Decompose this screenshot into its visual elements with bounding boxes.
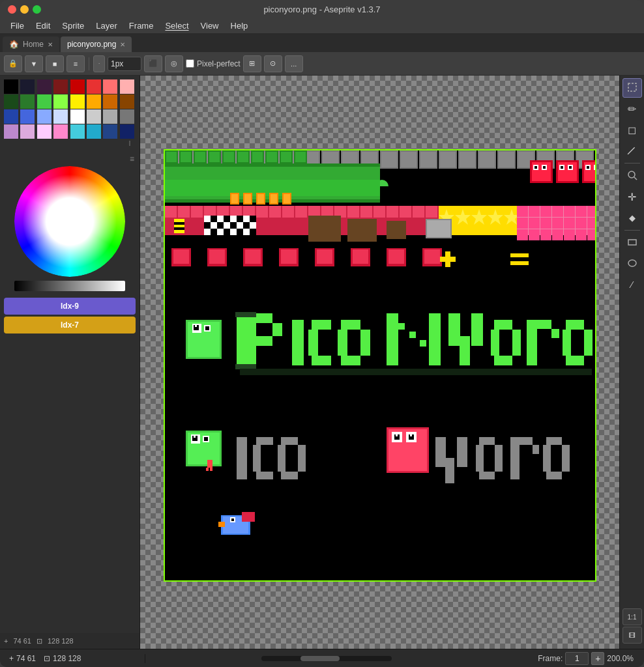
palette-color-6[interactable] [103, 79, 117, 94]
eyedropper-tool[interactable]: ⁄ [622, 275, 642, 294]
onion-btn[interactable]: ⊙ [264, 55, 282, 72]
fill-tool[interactable]: ◆ [622, 208, 642, 227]
window-title: piconyoro.png - Aseprite v1.3.7 [263, 5, 380, 14]
palette-color-20[interactable] [70, 109, 85, 124]
palette-color-18[interactable] [37, 109, 51, 124]
idx-item-9[interactable]: Idx-9 [4, 298, 136, 315]
ellipse-tool[interactable] [622, 254, 642, 274]
one-to-one-btn[interactable]: 1:1 [622, 608, 642, 625]
palette-color-13[interactable] [87, 94, 101, 109]
grayscale-bar[interactable] [14, 281, 125, 291]
sprite-canvas[interactable] [164, 149, 596, 582]
menu-frame[interactable]: Frame [124, 20, 159, 32]
move-icon: ✛ [628, 191, 636, 203]
pencil-tool[interactable]: ✏ [622, 99, 642, 119]
palette-color-9[interactable] [20, 94, 35, 109]
colorwheel-area: ≡ [0, 150, 139, 295]
palette-color-15[interactable] [120, 94, 134, 109]
idx-item-7[interactable]: Idx-7 [4, 317, 136, 334]
palette-color-27[interactable] [53, 124, 68, 139]
pixel-perfect-label[interactable]: Pixel-perfect [186, 59, 241, 68]
palette-color-17[interactable] [20, 109, 35, 124]
maximize-button[interactable] [33, 5, 41, 14]
palette-color-3[interactable] [53, 79, 68, 94]
tab-piconyoro[interactable]: piconyoro.png ✕ [61, 36, 132, 52]
film-strip-btn[interactable]: 🎞 [622, 627, 642, 644]
symmetry-btn[interactable]: ◎ [165, 55, 183, 72]
palette-color-19[interactable] [53, 109, 68, 124]
move-down-btn[interactable]: ▼ [25, 55, 43, 72]
palette-color-29[interactable] [87, 124, 101, 139]
plus-icon-frame: + [595, 653, 600, 664]
marquee-tool[interactable] [622, 78, 642, 98]
menu-file[interactable]: File [5, 20, 29, 32]
horizontal-scrollbar[interactable] [261, 656, 392, 661]
scrollbar-thumb[interactable] [300, 656, 340, 661]
pixel-perfect-checkbox[interactable] [186, 59, 194, 68]
dot-btn[interactable]: · [93, 55, 105, 72]
palette-color-0[interactable] [4, 79, 18, 94]
menu-help[interactable]: Help [226, 20, 254, 32]
palette-color-22[interactable] [103, 109, 117, 124]
palette-color-1[interactable] [20, 79, 35, 94]
menu-layer[interactable]: Layer [91, 20, 123, 32]
new-layer-btn[interactable]: 🔒 [4, 55, 22, 72]
ink-btn[interactable]: ⬛ [144, 55, 162, 72]
palette-color-24[interactable] [4, 124, 18, 139]
palette-color-26[interactable] [37, 124, 51, 139]
toolbar: 🔒 ▼ ■ ≡ · ⬛ ◎ Pixel-perfect ⊞ ⊙ ... [0, 52, 644, 76]
brush-size-input[interactable] [108, 57, 141, 71]
line-tool[interactable]: | [622, 141, 642, 160]
frame-statusbar: + 74 61 ⊡ 128 128 Frame: + 200.0% [0, 649, 644, 667]
shape-tool[interactable] [622, 233, 642, 253]
eraser-tool[interactable]: ◻ [622, 120, 642, 139]
colorwheel-menu-icon[interactable]: ≡ [130, 154, 134, 163]
palette-color-11[interactable] [53, 94, 68, 109]
palette-color-10[interactable] [37, 94, 51, 109]
menu-edit[interactable]: Edit [31, 20, 55, 32]
menu-sprite[interactable]: Sprite [57, 20, 89, 32]
pixel-perfect-text: Pixel-perfect [197, 59, 241, 68]
palette-color-5[interactable] [87, 79, 101, 94]
tab-home[interactable]: 🏠 Home ✕ [3, 36, 59, 52]
tab-home-close[interactable]: ✕ [48, 41, 53, 48]
stop-btn[interactable]: ■ [46, 55, 64, 72]
move-tool[interactable]: ✛ [622, 187, 642, 206]
palette-color-4[interactable] [70, 79, 85, 94]
menu-view[interactable]: View [196, 20, 224, 32]
colorwheel-canvas[interactable] [14, 166, 125, 277]
svg-rect-5 [628, 83, 636, 91]
tab-piconyoro-close[interactable]: ✕ [120, 41, 125, 48]
titlebar: piconyoro.png - Aseprite v1.3.7 [0, 0, 644, 18]
palette-color-25[interactable] [20, 124, 35, 139]
list-btn[interactable]: ≡ [66, 55, 85, 72]
palette-color-8[interactable] [4, 94, 18, 109]
menubar: File Edit Sprite Layer Frame Select View… [0, 18, 644, 34]
idx-items: Idx-9 Idx-7 [0, 295, 139, 336]
close-button[interactable] [8, 5, 16, 14]
canvas-area[interactable] [140, 76, 619, 649]
palette-color-30[interactable] [103, 124, 117, 139]
more-options-btn[interactable]: ... [285, 55, 303, 72]
zoom-tool[interactable] [622, 166, 642, 186]
minimize-button[interactable] [20, 5, 29, 14]
palette-color-23[interactable] [120, 109, 134, 124]
ellipse-icon [627, 258, 637, 270]
window-controls[interactable] [8, 5, 41, 14]
palette-color-2[interactable] [37, 79, 51, 94]
palette-color-21[interactable] [87, 109, 101, 124]
one-to-one-label: 1:1 [628, 614, 637, 621]
frame-add-button[interactable]: + [591, 652, 604, 665]
svg-point-9 [628, 260, 636, 266]
tab-piconyoro-label: piconyoro.png [67, 40, 116, 49]
menu-select[interactable]: Select [160, 20, 194, 32]
palette-color-28[interactable] [70, 124, 85, 139]
palette-color-14[interactable] [103, 94, 117, 109]
frame-number-input[interactable] [565, 652, 589, 665]
palette-color-7[interactable] [120, 79, 134, 94]
palette-color-31[interactable] [120, 124, 134, 139]
frame-size-btn[interactable]: ⊞ [243, 55, 261, 72]
svg-line-7 [634, 177, 637, 180]
palette-color-16[interactable] [4, 109, 18, 124]
palette-color-12[interactable] [70, 94, 85, 109]
